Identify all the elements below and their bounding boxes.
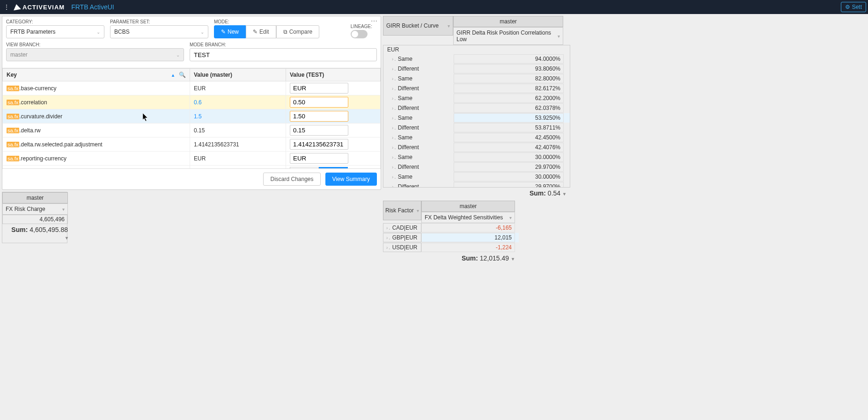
value-test-cell[interactable] <box>286 152 381 166</box>
expand-icon[interactable]: › <box>392 145 393 150</box>
chevron-down-icon[interactable]: ▾ <box>66 235 68 240</box>
rf-row[interactable]: ›.USD|EUR-1,224 <box>383 243 519 253</box>
girr-row[interactable]: ›.Different93.8060% <box>383 64 570 74</box>
key-prefix: sa.fx <box>7 100 19 105</box>
fx-charge-value: 4,605,496 <box>2 215 68 224</box>
category-select[interactable]: FRTB Parameters ⌄ <box>6 25 104 38</box>
logo: ACTIVEVIAM <box>13 4 65 11</box>
false-button[interactable]: FALSE <box>319 167 348 168</box>
expand-icon[interactable]: › <box>392 184 393 188</box>
value-input[interactable] <box>290 153 348 164</box>
col-header-master[interactable]: Value (master) <box>190 69 286 81</box>
view-branch-select[interactable]: master ⌄ <box>6 48 184 61</box>
chevron-down-icon: ▾ <box>509 215 512 220</box>
param-row[interactable]: sa.fx.reporting-currencyEUR <box>3 152 381 166</box>
param-row[interactable]: sa.fx.use.base-currencyFALSETRUEFALSE <box>3 166 381 169</box>
param-row[interactable]: sa.fx.delta.rw0.15 <box>3 123 381 138</box>
key-prefix: sa.fx <box>7 156 19 161</box>
expand-icon[interactable]: › <box>392 174 393 180</box>
true-button[interactable]: TRUE <box>290 167 319 168</box>
girr-row[interactable]: ›.Same42.4500% <box>383 133 570 143</box>
param-row[interactable]: sa.fx.delta.rw.selected.pair.adjustment1… <box>3 138 381 152</box>
fx-charge-subheader[interactable]: FX Risk Charge ▾ <box>2 203 68 215</box>
param-row[interactable]: sa.fx.base-currencyEUR <box>3 81 381 95</box>
value-test-cell[interactable] <box>286 95 381 109</box>
expand-icon[interactable]: › <box>392 165 393 170</box>
girr-row[interactable]: ›.Different62.0378% <box>383 103 570 113</box>
girr-name-cell: ›.Same <box>383 172 454 181</box>
app-title: FRTB ActiveUI <box>71 3 114 11</box>
value-input[interactable] <box>290 139 348 150</box>
value-test-cell[interactable] <box>286 123 381 138</box>
girr-subheader[interactable]: GIRR Delta Risk Position Correlations Lo… <box>453 27 563 45</box>
girr-row[interactable]: ›.Different42.4076% <box>383 143 570 152</box>
girr-row[interactable]: ›.Same62.2000% <box>383 94 570 103</box>
girr-row[interactable]: ›.Different53.8711% <box>383 123 570 133</box>
settings-button[interactable]: ⚙ Sett <box>841 2 866 12</box>
expand-icon[interactable]: › <box>392 116 393 121</box>
value-test-cell[interactable] <box>286 81 381 95</box>
expand-icon[interactable]: › <box>392 57 393 62</box>
panel-more-icon[interactable]: ⋯ <box>371 17 378 25</box>
expand-icon[interactable]: › <box>386 245 388 250</box>
sort-asc-icon[interactable]: ▴ <box>172 72 174 78</box>
rf-header[interactable]: Risk Factor ▾ <box>383 201 421 220</box>
girr-row[interactable]: ›.Same53.9250% <box>383 113 570 123</box>
rf-subheader[interactable]: FX Delta Weighted Sensitivities ▾ <box>421 212 515 223</box>
view-branch-label: VIEW BRANCH: <box>6 42 184 47</box>
girr-value-cell: 93.8060% <box>454 64 564 73</box>
mode-edit-button[interactable]: ✎ Edit <box>246 25 276 38</box>
girr-name-cell: ›.Same <box>383 133 454 142</box>
key-prefix: sa.fx <box>7 86 19 91</box>
expand-icon[interactable]: › <box>392 135 393 140</box>
chevron-down-icon[interactable]: ▾ <box>512 256 514 261</box>
value-test-cell[interactable] <box>286 109 381 123</box>
value-test-cell[interactable] <box>286 138 381 152</box>
col-header-key[interactable]: Key ▴ 🔍 <box>3 69 190 81</box>
expand-icon[interactable]: › <box>392 86 393 91</box>
girr-currency[interactable]: EUR <box>383 45 454 54</box>
mode-compare-button[interactable]: ⧉ Compare <box>276 25 319 38</box>
expand-icon[interactable]: › <box>392 155 393 160</box>
col-header-test[interactable]: Value (TEST) <box>286 69 381 81</box>
mode-new-button[interactable]: ✎ New <box>214 25 246 38</box>
girr-row[interactable]: ›.Same82.8000% <box>383 74 570 84</box>
paramset-select[interactable]: BCBS ⌄ <box>110 25 208 38</box>
param-row[interactable]: sa.fx.correlation0.6 <box>3 95 381 109</box>
search-icon[interactable]: 🔍 <box>179 72 186 78</box>
girr-row[interactable]: ›.Different82.6172% <box>383 84 570 94</box>
girr-row[interactable]: ›.Different29.9700% <box>383 182 570 188</box>
rf-sum: Sum: 12,015.49 ▾ <box>383 253 519 264</box>
value-input[interactable] <box>290 125 348 136</box>
value-test-cell[interactable]: TRUEFALSE <box>286 166 381 169</box>
value-input[interactable] <box>290 83 348 94</box>
expand-icon[interactable]: › <box>392 125 393 130</box>
value-input[interactable] <box>290 97 348 108</box>
expand-icon[interactable]: › <box>392 76 393 81</box>
girr-row[interactable]: ›.Same94.0000% <box>383 54 570 64</box>
discard-button[interactable]: Discard Changes <box>263 173 320 186</box>
mode-branch-input[interactable] <box>190 48 377 61</box>
girr-value-cell: 53.8711% <box>454 123 564 132</box>
menu-dots-icon[interactable]: ⋮ <box>4 4 9 10</box>
girr-bucket-header[interactable]: GIRR Bucket / Curve ▾ <box>383 16 453 36</box>
expand-icon[interactable]: › <box>386 225 388 231</box>
value-input[interactable] <box>290 111 348 122</box>
parameter-grid: Key ▴ 🔍 Value (master) Value (TEST) <box>2 68 381 168</box>
chevron-down-icon: ⌄ <box>200 29 204 35</box>
rf-row[interactable]: ›.CAD|EUR-6,165 <box>383 223 519 233</box>
girr-row[interactable]: ›.Same30.0000% <box>383 152 570 162</box>
lineage-toggle[interactable] <box>351 30 368 38</box>
expand-icon[interactable]: › <box>392 106 393 111</box>
girr-row[interactable]: ›.Same30.0000% <box>383 172 570 182</box>
param-row[interactable]: sa.fx.curvature.divider1.5 <box>3 109 381 123</box>
key-rest: .delta.rw.selected.pair.adjustment <box>19 141 102 148</box>
rf-row[interactable]: ›.GBP|EUR12,015 <box>383 233 519 243</box>
expand-icon[interactable]: › <box>392 66 393 72</box>
girr-value-cell: 94.0000% <box>454 54 564 64</box>
expand-icon[interactable]: › <box>392 96 393 101</box>
expand-icon[interactable]: › <box>386 235 388 240</box>
view-summary-button[interactable]: View Summary <box>325 173 377 186</box>
chevron-down-icon[interactable]: ▾ <box>563 191 566 196</box>
girr-row[interactable]: ›.Different29.9700% <box>383 162 570 172</box>
